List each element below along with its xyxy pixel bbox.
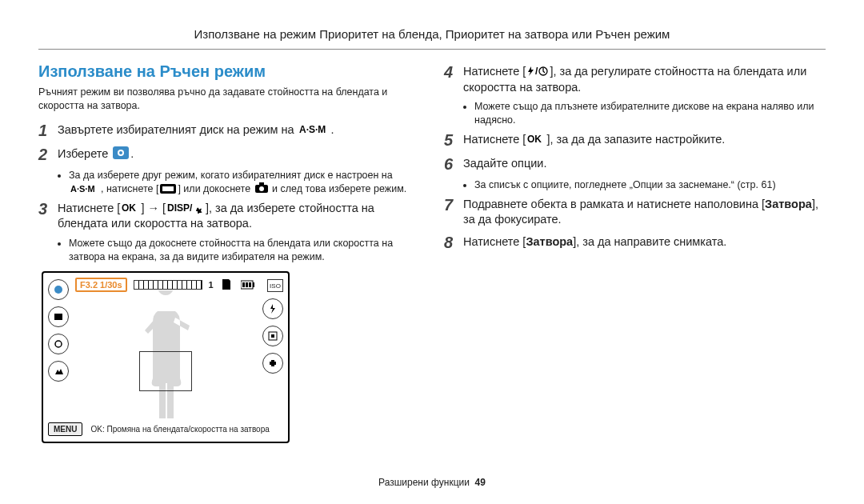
camera-lcd-illustration: F3.2 1/30s 1 ISO: [42, 271, 290, 443]
step-3: 3 Натиснете [OK] → [DISP/], за да избере…: [38, 199, 420, 232]
footer-label: Разширени функции: [378, 477, 470, 488]
two-column-layout: Използване на Ръчен режим Ръчният режим …: [38, 62, 826, 443]
flash-timer-key-icon: /: [527, 66, 548, 77]
svg-text:OK: OK: [527, 134, 542, 145]
svg-rect-13: [242, 282, 245, 287]
shutter-label: Затвора: [526, 235, 573, 248]
section-heading: Използване на Ръчен режим: [38, 62, 420, 81]
step-end: .: [331, 123, 334, 136]
step-text: ], за да направите снимката.: [573, 235, 726, 248]
lcd-iso-icon: ISO: [267, 279, 283, 292]
right-column: 4 Натиснете [/], за да регулирате стойно…: [444, 62, 826, 443]
left-column: Използване на Ръчен режим Ръчният режим …: [38, 62, 420, 443]
asm-icon: A·S·M: [299, 124, 330, 135]
page-number: 49: [475, 477, 486, 488]
section-intro: Ръчният режим ви позволява ръчно да зада…: [38, 86, 420, 113]
step-end: .: [130, 147, 134, 160]
step-text: Задайте опции.: [463, 154, 826, 174]
lcd-mode-icon: [48, 279, 69, 300]
manual-mode-icon: [113, 146, 129, 159]
lcd-flash-icon: [262, 298, 283, 319]
header-rule: [38, 49, 826, 50]
svg-point-19: [55, 341, 62, 347]
lcd-focus-frame: [139, 351, 192, 391]
disp-flower-key-icon: DISP/: [167, 202, 204, 214]
ok-key-icon: OK: [527, 134, 545, 145]
step-4: 4 Натиснете [/], за да регулирате стойно…: [444, 62, 826, 95]
lcd-stabilizer-icon: [262, 353, 283, 374]
step-number: 4: [444, 62, 463, 95]
sub-text: , натиснете [: [101, 183, 158, 194]
step-number: 5: [444, 130, 463, 150]
lcd-bottom-bar: MENU OK: Промяна на блендата/скоростта н…: [48, 421, 283, 437]
lcd-shot-count: 1: [209, 280, 214, 290]
step-8: 8 Натиснете [Затвора], за да направите с…: [444, 233, 826, 252]
chapter-header: Използване на режим Приоритет на бленда,…: [38, 27, 826, 41]
svg-point-3: [119, 151, 122, 154]
svg-point-17: [54, 286, 62, 294]
ok-key-icon: OK: [122, 202, 139, 214]
step-text: Натиснете [: [58, 202, 120, 214]
svg-text:A·S·M: A·S·M: [70, 184, 95, 194]
step-text: ], за да да запазите настройките.: [546, 133, 725, 146]
svg-rect-14: [246, 282, 248, 287]
camera-touch-icon: [255, 182, 268, 194]
svg-text:OK: OK: [122, 202, 136, 214]
lcd-hint-text: OK: Промяна на блендата/скоростта на зат…: [90, 425, 269, 434]
step-4-sub: Можете също да плъзнете избирателните ди…: [474, 100, 826, 127]
sub-bullet: Можете също да плъзнете избирателните ди…: [474, 100, 826, 127]
step-2-sub: За да изберете друг режим, когато избира…: [69, 169, 420, 196]
step-6: 6 Задайте опции.: [444, 154, 826, 174]
battery-icon: [241, 280, 255, 290]
step-number: 8: [444, 233, 463, 252]
sub-bullet: За списък с опциите, погледнете „Опции з…: [474, 178, 826, 192]
step-text: Натиснете [: [463, 65, 526, 78]
lcd-icon: [48, 361, 69, 382]
lcd-menu-button: MENU: [48, 422, 82, 436]
step-2: 2 Изберете .: [38, 145, 420, 164]
lcd-left-icons: [48, 279, 69, 382]
step-1: 1 Завъртете избирателният диск на режим …: [38, 121, 420, 140]
step-text: ] → [: [141, 202, 166, 214]
step-3-sub: Можете също да докоснете стойността на б…: [69, 237, 420, 264]
step-6-sub: За списък с опциите, погледнете „Опции з…: [474, 178, 826, 192]
lcd-ev-scale: [134, 280, 202, 290]
sub-bullet: Можете също да докоснете стойността на б…: [69, 237, 420, 264]
lcd-aperture-shutter-value: F3.2 1/30s: [75, 278, 127, 292]
step-text: Изберете: [58, 147, 108, 160]
step-text: Натиснете [: [463, 133, 526, 146]
lcd-icon: [48, 334, 69, 354]
svg-rect-6: [162, 186, 174, 191]
shutter-label: Затвора: [765, 198, 812, 210]
sd-card-icon: [222, 279, 231, 290]
step-number: 1: [38, 121, 58, 140]
step-text: Натиснете [: [463, 235, 526, 248]
svg-rect-15: [249, 282, 251, 287]
svg-point-9: [259, 186, 264, 191]
step-number: 3: [38, 199, 58, 232]
step-5: 5 Натиснете [OK], за да да запазите наст…: [444, 130, 826, 150]
sub-text: За да изберете друг режим, когато избира…: [69, 170, 393, 181]
svg-text:DISP/: DISP/: [167, 202, 193, 214]
asm-icon: A·S·M: [70, 184, 99, 194]
svg-rect-18: [54, 314, 62, 320]
sub-text: и след това изберете режим.: [272, 183, 406, 194]
sub-text: ] или докоснете: [178, 183, 250, 194]
svg-rect-8: [259, 182, 264, 186]
sub-bullet: За да изберете друг режим, когато избира…: [69, 169, 420, 196]
mode-key-icon: [160, 184, 176, 194]
page-footer: Разширени функции 49: [0, 477, 864, 488]
lcd-icon: [48, 306, 69, 327]
svg-rect-16: [253, 282, 254, 287]
svg-text:/: /: [535, 66, 538, 77]
step-number: 2: [38, 145, 58, 164]
step-number: 6: [444, 154, 463, 174]
step-7: 7 Подравнете обекта в рамката и натиснет…: [444, 195, 826, 228]
svg-rect-21: [271, 334, 274, 338]
lcd-right-icons: ISO: [262, 279, 283, 374]
lcd-af-icon: [262, 326, 283, 346]
svg-text:A·S·M: A·S·M: [299, 124, 326, 135]
step-text: Завъртете избирателният диск на режим на: [58, 123, 294, 136]
step-text: Подравнете обекта в рамката и натиснете …: [463, 198, 765, 210]
step-number: 7: [444, 195, 463, 228]
